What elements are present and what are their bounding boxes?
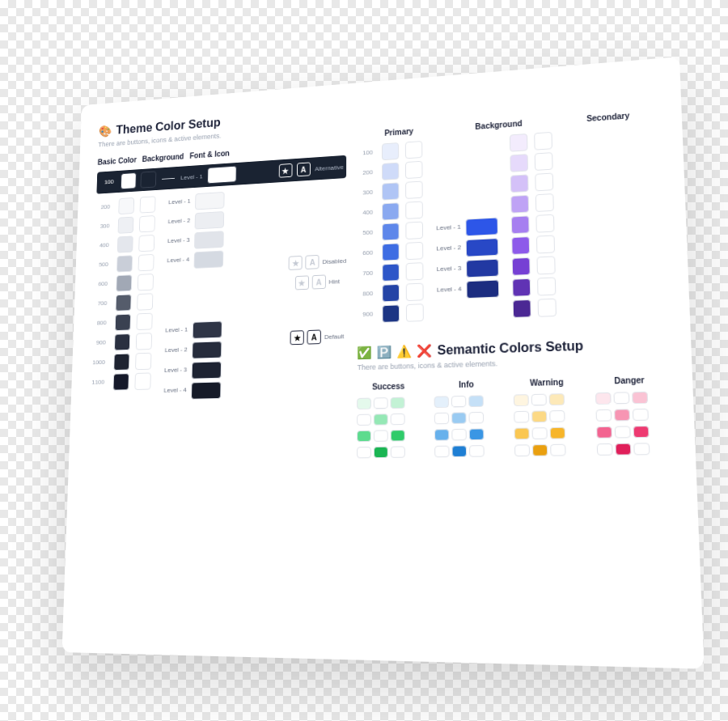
swatch[interactable] — [513, 299, 531, 317]
swatch[interactable] — [191, 361, 221, 379]
swatch[interactable] — [512, 257, 531, 275]
swatch[interactable] — [452, 428, 468, 440]
swatch[interactable] — [358, 430, 372, 441]
swatch[interactable] — [195, 191, 225, 210]
swatch[interactable] — [466, 258, 499, 278]
swatch[interactable] — [117, 235, 133, 252]
swatch[interactable] — [406, 221, 424, 239]
swatch[interactable] — [383, 223, 400, 240]
letter-icon[interactable]: A — [297, 162, 311, 176]
swatch[interactable] — [194, 211, 224, 229]
swatch[interactable] — [535, 172, 553, 191]
swatch[interactable] — [383, 182, 400, 200]
swatch[interactable] — [452, 445, 468, 457]
swatch[interactable] — [374, 397, 388, 409]
swatch[interactable] — [434, 412, 449, 424]
swatch[interactable] — [615, 426, 631, 438]
swatch[interactable] — [634, 443, 650, 455]
swatch[interactable] — [451, 395, 466, 407]
swatch[interactable] — [383, 202, 400, 220]
swatch[interactable] — [192, 341, 222, 358]
swatch[interactable] — [514, 444, 530, 456]
swatch[interactable] — [470, 445, 485, 457]
swatch[interactable] — [406, 201, 424, 218]
swatch[interactable] — [383, 304, 400, 322]
swatch[interactable] — [512, 278, 531, 296]
swatch[interactable] — [615, 409, 631, 421]
swatch[interactable] — [406, 282, 424, 301]
swatch[interactable] — [138, 274, 154, 291]
swatch[interactable] — [535, 152, 553, 171]
swatch[interactable] — [510, 194, 529, 213]
swatch[interactable] — [466, 217, 499, 236]
swatch[interactable] — [616, 443, 632, 455]
swatch[interactable] — [391, 397, 405, 408]
swatch[interactable] — [405, 140, 422, 158]
swatch[interactable] — [116, 255, 133, 272]
swatch[interactable] — [382, 142, 399, 160]
swatch[interactable] — [469, 428, 485, 440]
swatch[interactable] — [467, 279, 500, 299]
swatch[interactable] — [383, 283, 400, 301]
swatch[interactable] — [434, 429, 449, 441]
swatch[interactable] — [406, 303, 424, 322]
swatch[interactable] — [406, 180, 424, 198]
swatch[interactable] — [551, 443, 566, 456]
swatch[interactable] — [514, 427, 530, 439]
swatch[interactable] — [116, 274, 132, 291]
swatch[interactable] — [452, 412, 468, 424]
swatch[interactable] — [532, 443, 548, 456]
swatch[interactable] — [531, 393, 547, 405]
swatch[interactable] — [191, 381, 221, 399]
swatch[interactable] — [382, 162, 399, 180]
swatch[interactable] — [113, 373, 129, 390]
swatch[interactable] — [550, 409, 565, 422]
swatch[interactable] — [510, 174, 529, 193]
swatch[interactable] — [136, 333, 152, 350]
swatch[interactable] — [469, 411, 485, 423]
swatch[interactable] — [511, 215, 530, 234]
swatch[interactable] — [536, 214, 555, 232]
swatch[interactable] — [134, 372, 150, 390]
swatch[interactable] — [534, 131, 552, 150]
swatch[interactable] — [514, 410, 530, 422]
swatch[interactable] — [597, 426, 613, 438]
star-icon[interactable]: ★ — [290, 330, 304, 345]
swatch[interactable] — [114, 333, 130, 350]
swatch[interactable] — [510, 133, 528, 151]
letter-icon[interactable]: A — [307, 329, 321, 344]
swatch[interactable] — [510, 154, 529, 172]
swatch[interactable] — [633, 408, 649, 420]
swatch[interactable] — [406, 241, 424, 259]
swatch[interactable] — [383, 243, 400, 261]
swatch[interactable] — [137, 293, 153, 310]
swatch[interactable] — [550, 426, 565, 439]
swatch[interactable] — [374, 446, 388, 457]
swatch[interactable] — [193, 250, 223, 268]
swatch[interactable] — [358, 414, 372, 425]
swatch[interactable] — [383, 263, 400, 281]
swatch[interactable] — [138, 234, 154, 251]
swatch[interactable] — [391, 446, 405, 457]
swatch[interactable] — [136, 312, 152, 329]
swatch[interactable] — [139, 215, 155, 232]
swatch[interactable] — [549, 393, 565, 405]
swatch[interactable] — [596, 409, 612, 421]
swatch[interactable] — [514, 394, 529, 406]
swatch[interactable] — [595, 392, 612, 404]
swatch[interactable] — [358, 446, 372, 457]
swatch[interactable] — [118, 197, 134, 214]
swatch[interactable] — [391, 430, 405, 441]
swatch[interactable] — [532, 410, 548, 422]
swatch[interactable] — [434, 396, 449, 408]
star-icon[interactable]: ★ — [278, 163, 292, 177]
swatch[interactable] — [140, 196, 156, 213]
swatch[interactable] — [633, 391, 649, 403]
swatch[interactable] — [537, 277, 556, 295]
swatch[interactable] — [140, 171, 156, 188]
swatch[interactable] — [535, 193, 554, 212]
swatch[interactable] — [207, 165, 237, 184]
swatch[interactable] — [532, 427, 548, 439]
swatch[interactable] — [538, 298, 557, 316]
swatch[interactable] — [135, 352, 151, 369]
